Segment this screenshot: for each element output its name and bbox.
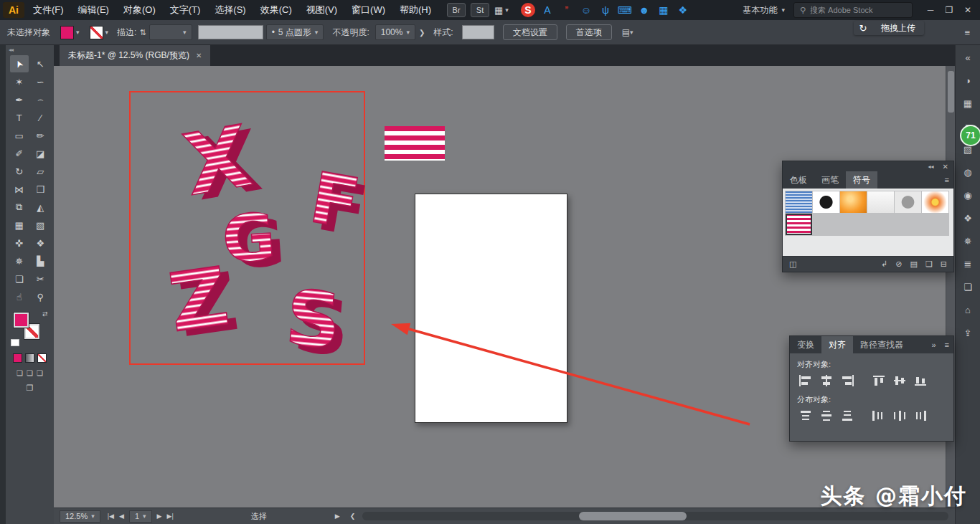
ime-keyboard-icon[interactable]: ⌨ [618, 3, 632, 17]
workspace-layout-icon[interactable]: ▦ ▾ [494, 5, 509, 16]
export-panel-icon[interactable]: ⇪ [959, 326, 976, 340]
zoom-select[interactable]: 12.5% ▾ [60, 510, 100, 523]
magic-wand-tool[interactable]: ✶ [10, 73, 29, 90]
selection-tool[interactable]: ➤ [10, 55, 29, 72]
align-options-icon[interactable]: ▤ [622, 27, 630, 37]
align-vertical-top-button[interactable] [870, 373, 887, 388]
drag-upload-label[interactable]: 拖拽上传 [872, 21, 924, 35]
type-tool[interactable]: T [10, 109, 29, 126]
expand-panel-icon[interactable]: » [927, 340, 940, 349]
align-horizontal-center-button[interactable] [818, 373, 835, 388]
ime-mic-icon[interactable]: ψ [598, 3, 613, 17]
canvas[interactable]: XXFFGGZZSS [54, 66, 956, 508]
hand-tool[interactable]: ☝ [10, 288, 29, 305]
symbol-orange-flower[interactable] [922, 191, 948, 213]
distribute-vertical-center-button[interactable] [818, 409, 835, 423]
ime-emoji-icon[interactable]: ☺ [579, 3, 593, 17]
artboard-select[interactable]: 1 ▾ [129, 510, 152, 523]
none-button[interactable] [37, 353, 47, 363]
tab-pathfinder[interactable]: 路径查找器 [853, 336, 910, 353]
stock-search-input[interactable]: ⚲ 搜索 Adobe Stock [793, 2, 913, 18]
slice-tool[interactable]: ✂ [31, 270, 50, 287]
artwork-letter-S[interactable]: SS [282, 273, 354, 367]
symbol-sprayer-tool[interactable]: ✵ [10, 252, 29, 270]
symbol-options-icon[interactable]: ▤ [910, 259, 918, 269]
tab-brushes[interactable]: 画笔 [814, 171, 846, 189]
curvature-tool[interactable]: ⌢ [31, 91, 50, 108]
blend-tool[interactable]: ❖ [31, 234, 50, 252]
pen-tool[interactable]: ✒ [10, 91, 29, 108]
rectangle-tool[interactable]: ▭ [10, 127, 29, 144]
brush-select[interactable]: • 5 点圆形 ▾ [266, 24, 324, 40]
menu-item[interactable]: 对象(O) [116, 0, 163, 20]
ime-user-icon[interactable]: ☻ [637, 3, 651, 17]
shape-builder-tool[interactable]: ⧉ [10, 199, 29, 216]
tab-align[interactable]: 对齐 [821, 336, 853, 353]
style-select[interactable]: ▾ [462, 25, 494, 39]
artboard[interactable] [415, 194, 567, 423]
transparency-panel-icon[interactable]: ◍ [959, 166, 976, 179]
perspective-grid-tool[interactable]: ◭ [31, 199, 50, 216]
stroke-weight-stepper[interactable]: ⇅ [139, 28, 146, 37]
ime-language-icon[interactable]: A [540, 3, 555, 17]
menu-item[interactable]: 窗口(W) [344, 0, 392, 20]
line-segment-tool[interactable]: ∕ [31, 109, 50, 126]
appearance-panel-icon[interactable]: ◉ [959, 189, 976, 202]
vertical-scrollbar-thumb[interactable] [948, 71, 954, 113]
workspace-switcher[interactable]: 基本功能 ▾ [743, 4, 785, 16]
menu-item[interactable]: 效果(C) [253, 0, 299, 20]
scroll-left-button[interactable]: ❮ [350, 513, 356, 520]
close-panel-icon[interactable]: ✕ [943, 163, 948, 171]
mesh-tool[interactable]: ▦ [10, 216, 29, 234]
new-symbol-icon[interactable]: ❏ [925, 259, 933, 269]
draw-normal-icon[interactable]: ❏ [17, 369, 23, 377]
letters-artwork[interactable]: XXFFGGZZSS [126, 87, 369, 367]
fill-swatch[interactable] [60, 26, 74, 39]
symbol-note-paper[interactable] [867, 191, 894, 213]
column-graph-tool[interactable]: ▙ [31, 252, 50, 270]
symbol-ink-splatter[interactable] [813, 191, 839, 213]
distribute-vertical-bottom-button[interactable] [839, 409, 856, 423]
fill-color-control[interactable]: ▾ [60, 26, 80, 39]
color-guide-panel-icon[interactable]: ▦ [959, 97, 976, 110]
menu-item[interactable]: 帮助(H) [392, 0, 438, 20]
collapse-tools-icon[interactable]: ◂◂ [6, 45, 54, 54]
width-tool[interactable]: ⋈ [10, 181, 29, 198]
tab-symbols[interactable]: 符号 [846, 171, 877, 189]
draw-inside-icon[interactable]: ❏ [37, 369, 43, 377]
ime-grid-icon[interactable]: ❖ [676, 3, 690, 17]
screen-mode-icon[interactable]: ❐ [27, 384, 34, 393]
align-horizontal-left-button[interactable] [797, 373, 814, 388]
symbol-gear-shape[interactable] [895, 191, 921, 213]
last-artboard-button[interactable]: ▶| [167, 513, 174, 520]
menu-item[interactable]: 选择(S) [207, 0, 253, 20]
menu-item[interactable]: 视图(V) [299, 0, 344, 20]
prev-artboard-button[interactable]: ◀ [119, 513, 124, 520]
layers-panel-icon[interactable]: ≣ [959, 257, 976, 271]
horizontal-scrollbar-thumb[interactable] [579, 512, 687, 520]
sogou-logo-icon[interactable]: S [521, 3, 535, 17]
stroke-swatch[interactable] [90, 26, 103, 39]
artwork-letter-F[interactable]: FF [303, 156, 369, 253]
fill-swatch-tool[interactable] [13, 312, 29, 328]
swap-fill-stroke-icon[interactable]: ⇄ [42, 310, 48, 318]
symbol-window-blinds[interactable] [786, 191, 812, 213]
align-vertical-center-button[interactable] [891, 373, 908, 388]
symbol-libraries-icon[interactable]: ◫ [789, 259, 796, 269]
control-bar-menu-icon[interactable]: ≡ [964, 27, 970, 38]
document-tab[interactable]: 未标题-1* @ 12.5% (RGB/预览) ✕ [60, 45, 210, 66]
panel-menu-icon[interactable]: ≡ [941, 176, 953, 184]
stroke-color-control[interactable]: ▾ [90, 26, 109, 39]
distribute-vertical-top-button[interactable] [797, 409, 814, 423]
distribute-horizontal-right-button[interactable] [912, 409, 929, 423]
free-transform-tool[interactable]: ❒ [31, 181, 50, 198]
eyedropper-tool[interactable]: ✜ [10, 234, 29, 252]
striped-swatch-object[interactable] [385, 126, 445, 161]
eraser-tool[interactable]: ◪ [31, 145, 50, 162]
width-profile-select[interactable]: ▾ [198, 25, 263, 39]
artwork-letter-Z[interactable]: ZZ [164, 248, 244, 356]
drag-upload-widget[interactable]: ↻ 拖拽上传 [854, 21, 924, 35]
symbol-orange-sphere[interactable] [840, 191, 867, 213]
place-symbol-icon[interactable]: ↲ [881, 259, 887, 269]
color-panel-icon[interactable]: ◑ [959, 74, 976, 87]
